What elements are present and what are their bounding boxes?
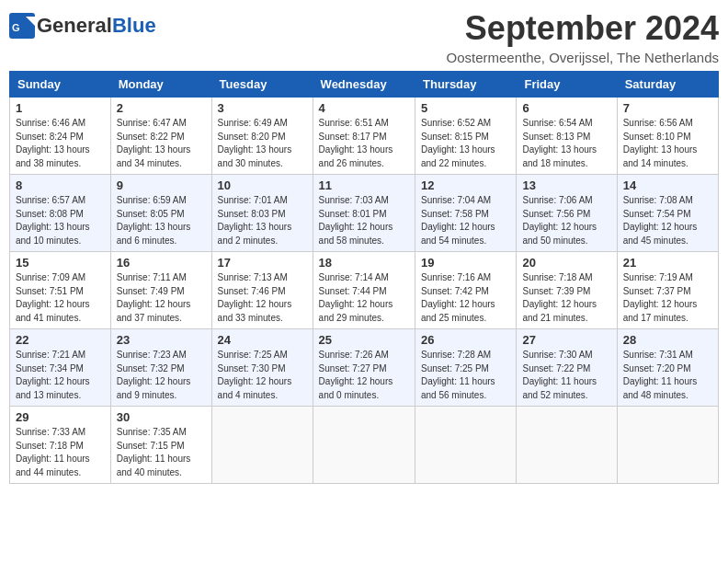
- day-info: Sunrise: 7:35 AM Sunset: 7:15 PM Dayligh…: [117, 426, 206, 479]
- day-number: 30: [117, 410, 206, 424]
- column-header-friday: Friday: [517, 72, 617, 98]
- calendar-table: SundayMondayTuesdayWednesdayThursdayFrid…: [9, 71, 719, 484]
- day-info: Sunrise: 7:30 AM Sunset: 7:22 PM Dayligh…: [522, 349, 610, 402]
- day-info: Sunrise: 7:03 AM Sunset: 8:01 PM Dayligh…: [319, 194, 409, 247]
- calendar-cell: 13 Sunrise: 7:06 AM Sunset: 7:56 PM Dayl…: [517, 175, 617, 252]
- day-info: Sunrise: 7:14 AM Sunset: 7:44 PM Dayligh…: [319, 271, 409, 325]
- day-info: Sunrise: 7:23 AM Sunset: 7:32 PM Dayligh…: [117, 349, 206, 402]
- calendar-cell: 17 Sunrise: 7:13 AM Sunset: 7:46 PM Dayl…: [211, 252, 313, 329]
- calendar-cell: 2 Sunrise: 6:47 AM Sunset: 8:22 PM Dayli…: [110, 98, 211, 175]
- calendar-cell: [313, 407, 415, 484]
- day-number: 10: [218, 178, 307, 192]
- calendar-cell: 29 Sunrise: 7:33 AM Sunset: 7:18 PM Dayl…: [10, 407, 111, 484]
- day-info: Sunrise: 7:19 AM Sunset: 7:37 PM Dayligh…: [623, 271, 712, 325]
- day-number: 14: [623, 178, 712, 192]
- day-info: Sunrise: 7:06 AM Sunset: 7:56 PM Dayligh…: [522, 194, 610, 247]
- calendar-cell: [517, 407, 617, 484]
- day-number: 17: [218, 256, 307, 270]
- day-info: Sunrise: 7:28 AM Sunset: 7:25 PM Dayligh…: [421, 349, 510, 402]
- calendar-cell: 21 Sunrise: 7:19 AM Sunset: 7:37 PM Dayl…: [617, 252, 718, 329]
- calendar-cell: 20 Sunrise: 7:18 AM Sunset: 7:39 PM Dayl…: [517, 252, 617, 329]
- day-info: Sunrise: 7:18 AM Sunset: 7:39 PM Dayligh…: [522, 271, 610, 325]
- calendar-cell: 15 Sunrise: 7:09 AM Sunset: 7:51 PM Dayl…: [10, 252, 111, 329]
- calendar-cell: 18 Sunrise: 7:14 AM Sunset: 7:44 PM Dayl…: [313, 252, 415, 329]
- calendar-header-row: SundayMondayTuesdayWednesdayThursdayFrid…: [10, 72, 719, 98]
- day-info: Sunrise: 7:26 AM Sunset: 7:27 PM Dayligh…: [319, 349, 409, 402]
- day-number: 22: [16, 333, 105, 347]
- calendar-cell: 4 Sunrise: 6:51 AM Sunset: 8:17 PM Dayli…: [313, 98, 415, 175]
- day-info: Sunrise: 6:47 AM Sunset: 8:22 PM Dayligh…: [117, 117, 206, 170]
- logo-icon: G: [9, 13, 35, 39]
- day-info: Sunrise: 7:11 AM Sunset: 7:49 PM Dayligh…: [117, 271, 206, 325]
- day-number: 25: [319, 333, 409, 347]
- day-info: Sunrise: 6:57 AM Sunset: 8:08 PM Dayligh…: [16, 194, 105, 247]
- calendar-cell: 9 Sunrise: 6:59 AM Sunset: 8:05 PM Dayli…: [110, 175, 211, 252]
- day-info: Sunrise: 7:13 AM Sunset: 7:46 PM Dayligh…: [218, 271, 307, 325]
- day-number: 13: [522, 178, 610, 192]
- day-info: Sunrise: 7:21 AM Sunset: 7:34 PM Dayligh…: [16, 349, 105, 402]
- calendar-cell: [617, 407, 718, 484]
- day-number: 11: [319, 178, 409, 192]
- calendar-cell: 12 Sunrise: 7:04 AM Sunset: 7:58 PM Dayl…: [415, 175, 517, 252]
- calendar-cell: 1 Sunrise: 6:46 AM Sunset: 8:24 PM Dayli…: [10, 98, 111, 175]
- day-number: 8: [16, 178, 105, 192]
- day-info: Sunrise: 7:31 AM Sunset: 7:20 PM Dayligh…: [623, 349, 712, 402]
- day-info: Sunrise: 6:46 AM Sunset: 8:24 PM Dayligh…: [16, 117, 105, 170]
- calendar-cell: 7 Sunrise: 6:56 AM Sunset: 8:10 PM Dayli…: [617, 98, 718, 175]
- title-block: September 2024 Oostermeenthe, Overijssel…: [446, 9, 719, 65]
- calendar-cell: [415, 407, 517, 484]
- day-number: 7: [623, 101, 712, 115]
- calendar-week-row: 1 Sunrise: 6:46 AM Sunset: 8:24 PM Dayli…: [10, 98, 719, 175]
- month-year-title: September 2024: [446, 9, 719, 48]
- calendar-cell: 14 Sunrise: 7:08 AM Sunset: 7:54 PM Dayl…: [617, 175, 718, 252]
- day-number: 6: [522, 101, 610, 115]
- day-number: 1: [16, 101, 105, 115]
- calendar-cell: 22 Sunrise: 7:21 AM Sunset: 7:34 PM Dayl…: [10, 329, 111, 407]
- calendar-cell: 26 Sunrise: 7:28 AM Sunset: 7:25 PM Dayl…: [415, 329, 517, 407]
- day-info: Sunrise: 7:04 AM Sunset: 7:58 PM Dayligh…: [421, 194, 510, 247]
- page-header: G GeneralBlue September 2024 Oostermeent…: [9, 9, 719, 65]
- day-info: Sunrise: 7:25 AM Sunset: 7:30 PM Dayligh…: [218, 349, 307, 402]
- day-number: 20: [522, 256, 610, 270]
- calendar-week-row: 22 Sunrise: 7:21 AM Sunset: 7:34 PM Dayl…: [10, 329, 719, 407]
- calendar-cell: 10 Sunrise: 7:01 AM Sunset: 8:03 PM Dayl…: [211, 175, 313, 252]
- day-info: Sunrise: 6:49 AM Sunset: 8:20 PM Dayligh…: [218, 117, 307, 170]
- column-header-saturday: Saturday: [617, 72, 718, 98]
- column-header-wednesday: Wednesday: [313, 72, 415, 98]
- calendar-cell: 27 Sunrise: 7:30 AM Sunset: 7:22 PM Dayl…: [517, 329, 617, 407]
- calendar-cell: 25 Sunrise: 7:26 AM Sunset: 7:27 PM Dayl…: [313, 329, 415, 407]
- day-number: 18: [319, 256, 409, 270]
- calendar-cell: 8 Sunrise: 6:57 AM Sunset: 8:08 PM Dayli…: [10, 175, 111, 252]
- calendar-cell: 28 Sunrise: 7:31 AM Sunset: 7:20 PM Dayl…: [617, 329, 718, 407]
- column-header-monday: Monday: [110, 72, 211, 98]
- day-number: 27: [522, 333, 610, 347]
- logo: G GeneralBlue: [9, 9, 156, 39]
- logo-text: GeneralBlue: [37, 14, 156, 38]
- day-number: 2: [117, 101, 206, 115]
- calendar-week-row: 29 Sunrise: 7:33 AM Sunset: 7:18 PM Dayl…: [10, 407, 719, 484]
- calendar-cell: 24 Sunrise: 7:25 AM Sunset: 7:30 PM Dayl…: [211, 329, 313, 407]
- day-info: Sunrise: 6:59 AM Sunset: 8:05 PM Dayligh…: [117, 194, 206, 247]
- day-number: 28: [623, 333, 712, 347]
- day-info: Sunrise: 7:09 AM Sunset: 7:51 PM Dayligh…: [16, 271, 105, 325]
- location-subtitle: Oostermeenthe, Overijssel, The Netherlan…: [446, 50, 719, 65]
- day-number: 21: [623, 256, 712, 270]
- calendar-week-row: 15 Sunrise: 7:09 AM Sunset: 7:51 PM Dayl…: [10, 252, 719, 329]
- calendar-cell: 5 Sunrise: 6:52 AM Sunset: 8:15 PM Dayli…: [415, 98, 517, 175]
- day-number: 23: [117, 333, 206, 347]
- column-header-tuesday: Tuesday: [211, 72, 313, 98]
- column-header-thursday: Thursday: [415, 72, 517, 98]
- day-info: Sunrise: 6:52 AM Sunset: 8:15 PM Dayligh…: [421, 117, 510, 170]
- day-number: 16: [117, 256, 206, 270]
- calendar-cell: 23 Sunrise: 7:23 AM Sunset: 7:32 PM Dayl…: [110, 329, 211, 407]
- day-info: Sunrise: 7:01 AM Sunset: 8:03 PM Dayligh…: [218, 194, 307, 247]
- day-number: 24: [218, 333, 307, 347]
- day-number: 12: [421, 178, 510, 192]
- day-number: 5: [421, 101, 510, 115]
- day-number: 4: [319, 101, 409, 115]
- day-number: 26: [421, 333, 510, 347]
- day-number: 19: [421, 256, 510, 270]
- calendar-cell: 3 Sunrise: 6:49 AM Sunset: 8:20 PM Dayli…: [211, 98, 313, 175]
- calendar-cell: 30 Sunrise: 7:35 AM Sunset: 7:15 PM Dayl…: [110, 407, 211, 484]
- day-info: Sunrise: 6:51 AM Sunset: 8:17 PM Dayligh…: [319, 117, 409, 170]
